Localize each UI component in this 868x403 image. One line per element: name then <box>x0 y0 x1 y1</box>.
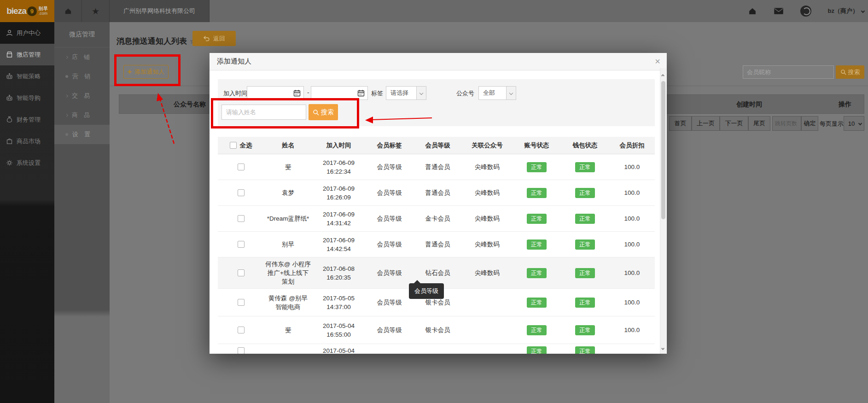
account-status-badge: 正常 <box>527 162 547 172</box>
date-from-input[interactable] <box>247 86 304 100</box>
pagination-first-button[interactable]: 首页 <box>669 116 692 131</box>
submenu-item-settings[interactable]: 设 置 <box>54 125 110 144</box>
bullet-dot-icon <box>65 75 68 78</box>
home-icon[interactable] <box>748 6 757 16</box>
row-checkbox[interactable] <box>238 299 245 306</box>
logo-circle: 9 <box>27 6 37 16</box>
row-checkbox[interactable] <box>238 189 245 196</box>
row-checkbox[interactable] <box>238 164 245 170</box>
close-icon[interactable]: × <box>655 56 660 67</box>
sidebar-item-market[interactable]: 商品市场 <box>0 130 54 152</box>
members-table: 全选 姓名 加入时间 会员标签 会员等级 关联公众号 账号状态 钱包状态 会员折… <box>218 137 655 354</box>
moneybag-icon <box>6 116 13 123</box>
modal-title: 添加通知人 <box>217 57 251 66</box>
robot-icon <box>6 73 13 80</box>
pagination-prev-button[interactable]: 上一页 <box>692 116 720 131</box>
public-account-select[interactable]: 全部 <box>478 86 516 100</box>
back-button[interactable]: 返回 <box>192 31 236 46</box>
join-time-label: 加入时间 <box>223 89 247 98</box>
sidebar-item-label: 财务管理 <box>17 116 41 124</box>
topbar-favorite-button[interactable]: ★ <box>82 0 110 22</box>
sidebar-item-smart-guide[interactable]: 智能导购 <box>0 87 54 109</box>
cell-member-tag: 会员等级 <box>365 238 414 251</box>
cell-member-level <box>414 344 462 348</box>
mail-icon[interactable] <box>774 7 784 15</box>
cell-join-time: 2017-06-0916:22:34 <box>312 157 365 178</box>
scroll-up-icon[interactable] <box>662 71 664 78</box>
submenu-item-label: 营 销 <box>72 72 90 81</box>
column-header: 钱包状态 <box>561 139 609 152</box>
column-header: 加入时间 <box>312 139 365 152</box>
add-notifier-button[interactable]: + 添加通知人 <box>123 65 169 79</box>
page-title: 消息推送通知人列表☆ <box>117 36 196 47</box>
submenu-item-shop[interactable]: 店 铺 <box>54 47 110 67</box>
cell-name <box>264 344 312 348</box>
sidebar-item-system-settings[interactable]: 系统设置 <box>0 152 54 174</box>
cell-name: 斐 <box>264 161 312 173</box>
per-page-select[interactable]: 10 <box>844 116 864 131</box>
app-root: { "topbar": { "logo": { "text": "bieza",… <box>0 0 868 403</box>
scroll-down-icon[interactable] <box>662 344 664 351</box>
tag-select[interactable]: 请选择 <box>386 86 426 100</box>
cell-name: 袁梦 <box>264 187 312 199</box>
pagination-jump-input[interactable] <box>772 116 801 131</box>
row-checkbox[interactable] <box>238 347 245 354</box>
submenu-item-goods[interactable]: 商 品 <box>54 105 110 125</box>
chevron-right-icon <box>65 113 68 117</box>
sidebar-item-user-center[interactable]: 用户中心 <box>0 22 54 44</box>
plus-icon: + <box>128 68 132 76</box>
submenu-header: 微店管理 <box>54 22 110 47</box>
submenu-item-trade[interactable]: 交 易 <box>54 86 110 105</box>
star-icon: ★ <box>92 6 99 17</box>
pagination-confirm-button[interactable]: 确定 <box>801 116 818 131</box>
sidebar-item-label: 微店管理 <box>17 51 41 59</box>
user-avatar[interactable] <box>800 6 811 17</box>
calendar-icon <box>357 89 365 97</box>
sidebar-item-label: 用户中心 <box>17 29 41 37</box>
pagination-next-button[interactable]: 下一页 <box>720 116 748 131</box>
user-menu[interactable]: bz（商户） <box>828 7 864 15</box>
pagination-last-button[interactable]: 尾页 <box>748 116 770 131</box>
filter-panel: 加入时间 - 标签 请选择 公众号 全部 搜索 <box>218 79 655 126</box>
column-header: 全选 <box>240 141 252 150</box>
row-checkbox[interactable] <box>238 215 245 222</box>
select-all-checkbox[interactable] <box>230 142 237 149</box>
scrollbar-thumb[interactable] <box>661 81 665 219</box>
table-row: 斐 2017-05-0416:55:00 会员等级 银卡会员 正常 正常 100… <box>218 316 655 344</box>
cell-member-level: 普通会员 <box>414 161 462 173</box>
account-status-badge: 正常 <box>527 239 547 250</box>
modal-scrollbar[interactable] <box>660 68 666 354</box>
chevron-down-icon <box>861 9 865 13</box>
account-status-badge: 正常 <box>527 214 547 224</box>
column-header: 会员标签 <box>365 139 414 152</box>
row-checkbox[interactable] <box>238 241 245 248</box>
sidebar-item-shop-management[interactable]: 微店管理 <box>0 44 54 65</box>
modal-search-button[interactable]: 搜索 <box>309 104 338 120</box>
background-search-button[interactable]: 搜索 <box>836 65 864 79</box>
cell-member-tag: 会员等级 <box>365 324 414 336</box>
sidebar-item-finance[interactable]: 财务管理 <box>0 109 54 130</box>
column-header: 会员等级 <box>414 139 462 152</box>
cell-member-tag: 会员等级 <box>365 296 414 309</box>
cell-member-level: 普通会员 <box>414 238 462 251</box>
column-header: 账号状态 <box>513 139 561 152</box>
row-checkbox[interactable] <box>238 269 245 276</box>
row-checkbox[interactable] <box>238 327 245 333</box>
table-row: *Dream蓝胖纸* 2017-06-0914:31:42 会员等级 金卡会员 … <box>218 206 655 232</box>
user-name: bz（商户） <box>828 7 858 15</box>
wallet-status-badge: 正常 <box>575 188 595 198</box>
date-to-input[interactable] <box>311 86 368 100</box>
topbar-home-button[interactable] <box>54 0 82 22</box>
submenu-item-marketing[interactable]: 营 销 <box>54 67 110 86</box>
cell-name: 斐 <box>264 324 312 336</box>
name-search-input[interactable] <box>221 105 306 120</box>
sidebar-item-smart-strategy[interactable]: 智能策略 <box>0 65 54 87</box>
public-account-label: 公众号 <box>456 89 474 98</box>
cell-member-tag: 会员等级 <box>365 267 414 279</box>
member-nickname-input[interactable] <box>743 65 834 79</box>
cell-join-time: 2017-06-0914:42:54 <box>312 234 365 255</box>
submenu-item-label: 商 品 <box>72 111 90 119</box>
table-row: 2017-05-04 正常 正常 <box>218 344 655 354</box>
cell-join-time: 2017-06-0816:20:35 <box>312 263 365 284</box>
brand-logo[interactable]: bieza 9 别早 .com <box>0 0 54 22</box>
